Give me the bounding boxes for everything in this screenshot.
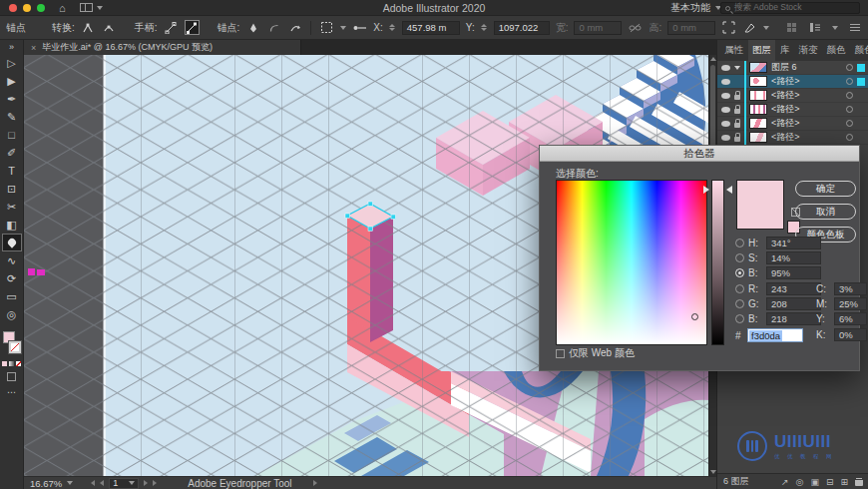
x-stepper[interactable] (389, 24, 395, 31)
new-layer-icon[interactable]: ⊞ (840, 477, 848, 487)
toolbar-collapse-icon[interactable]: » (2, 40, 22, 54)
layer-name[interactable]: <路径> (771, 131, 800, 144)
y-stepper[interactable] (481, 24, 487, 31)
lock-icon[interactable] (734, 95, 740, 100)
hide-handles-button[interactable] (164, 20, 179, 35)
tab-properties[interactable]: 属性 (720, 40, 747, 61)
visibility-eye-icon[interactable] (721, 107, 730, 113)
layer-row[interactable]: <路径> (717, 117, 868, 131)
dialog-title[interactable]: 拾色器 (540, 146, 859, 162)
c-value-field[interactable]: 3% (834, 282, 867, 295)
tab-gradient[interactable]: 渐变 (795, 40, 822, 61)
next-artboard-icon[interactable] (144, 480, 148, 486)
blend-tool[interactable]: ∿ (2, 251, 22, 269)
r-radio[interactable] (735, 284, 744, 293)
close-document-icon[interactable]: × (31, 43, 36, 53)
layer-row[interactable]: <路径> (717, 131, 868, 145)
visibility-eye-icon[interactable] (721, 93, 730, 99)
grid-options-icon[interactable] (784, 20, 799, 35)
artboard-tool[interactable]: ▭ (2, 287, 22, 305)
chevron-down-icon[interactable] (763, 26, 769, 30)
y-value-field[interactable]: 6% (834, 312, 867, 325)
type-tool[interactable]: T (2, 162, 22, 180)
scrollbar-thumb[interactable] (710, 65, 715, 155)
layer-row[interactable]: <路径> (717, 75, 868, 89)
tab-color-guide[interactable]: 颜色参 (851, 40, 868, 61)
expand-layer-icon[interactable] (734, 66, 740, 70)
first-artboard-icon[interactable] (91, 480, 95, 486)
k-value-field[interactable]: 0% (834, 328, 867, 341)
previous-artboard-icon[interactable] (100, 480, 104, 486)
y-value-field[interactable]: 1097.022 (494, 21, 550, 35)
ok-button[interactable]: 确定 (795, 181, 856, 197)
target-circle-icon[interactable] (846, 92, 853, 99)
panel-arrange-icon[interactable] (808, 20, 823, 35)
target-circle-icon[interactable] (846, 64, 853, 71)
hex-input[interactable]: f3d0da (747, 328, 803, 342)
rectangle-tool[interactable]: □ (2, 126, 22, 144)
chevron-down-icon[interactable] (340, 26, 346, 30)
layer-name[interactable]: <路径> (771, 89, 800, 102)
collect-for-export-icon[interactable]: ↗ (781, 477, 789, 487)
lock-icon[interactable] (734, 137, 740, 142)
brightness-slider[interactable] (711, 180, 724, 345)
artboard-navigation[interactable]: 1 (109, 478, 139, 489)
h-radio[interactable] (735, 239, 744, 247)
style-icon[interactable] (742, 20, 757, 35)
target-circle-icon[interactable] (846, 134, 853, 141)
more-tools-icon[interactable]: ⋯ (2, 385, 22, 399)
layer-row[interactable]: <路径> (717, 103, 868, 117)
rotate-tool[interactable]: ⟳ (2, 269, 22, 287)
gradient-tool[interactable]: ◧ (2, 216, 22, 234)
color-field[interactable] (556, 180, 707, 345)
selection-tool[interactable]: ▷ (2, 54, 22, 72)
g-value-field[interactable]: 208 (766, 297, 821, 310)
status-options-icon[interactable] (313, 480, 317, 486)
h-value-field[interactable]: 341° (766, 237, 821, 249)
selection-indicator[interactable] (857, 78, 865, 86)
tab-color[interactable]: 颜色 (823, 40, 850, 61)
lock-icon[interactable] (734, 109, 740, 114)
stock-search-input[interactable]: 搜索 Adobe Stock (720, 2, 860, 14)
g-radio[interactable] (735, 299, 744, 308)
direct-selection-tool[interactable]: ▶ (2, 72, 22, 90)
chevron-down-icon[interactable] (67, 481, 73, 485)
free-transform-tool[interactable]: ⊡ (2, 180, 22, 198)
tab-libraries[interactable]: 库 (776, 40, 794, 61)
selection-indicator[interactable] (857, 64, 865, 72)
layer-row[interactable]: 图层 6 (717, 61, 868, 75)
workspace-switcher[interactable]: 基本功能 (670, 1, 721, 15)
b-radio[interactable] (735, 268, 744, 277)
cancel-button[interactable]: 取消 (795, 204, 856, 220)
isolate-object-icon[interactable] (352, 20, 367, 35)
pen-tool[interactable]: ✒ (2, 90, 22, 108)
convert-to-smooth-button[interactable] (102, 20, 117, 35)
target-circle-icon[interactable] (846, 78, 853, 85)
visibility-eye-icon[interactable] (721, 121, 730, 127)
link-dimensions-icon[interactable] (628, 20, 643, 35)
select-similar-button[interactable] (319, 20, 334, 35)
layer-name[interactable]: <路径> (771, 75, 800, 88)
target-circle-icon[interactable] (846, 120, 853, 127)
stroke-swatch[interactable] (9, 341, 21, 353)
convert-to-corner-button[interactable] (81, 20, 96, 35)
cut-path-anchor-button[interactable] (287, 20, 302, 35)
last-artboard-icon[interactable] (153, 480, 157, 486)
zoom-level[interactable]: 16.67% (30, 478, 62, 489)
menu-lines-icon[interactable] (847, 20, 862, 35)
b2-value-field[interactable]: 218 (766, 312, 821, 325)
delete-layer-icon[interactable] (855, 478, 863, 486)
fill-stroke-swatches[interactable] (2, 331, 22, 357)
show-handles-button[interactable] (185, 20, 200, 35)
eyedropper-tool[interactable] (2, 234, 22, 251)
draw-mode-icon[interactable] (7, 372, 16, 381)
visibility-eye-icon[interactable] (721, 65, 730, 71)
b2-radio[interactable] (735, 314, 744, 323)
target-circle-icon[interactable] (846, 106, 853, 113)
scissors-tool[interactable]: ✂ (2, 198, 22, 216)
corner-anchor-icon[interactable] (266, 20, 281, 35)
layer-name[interactable]: <路径> (771, 103, 800, 116)
r-value-field[interactable]: 243 (766, 282, 821, 295)
curvature-tool[interactable]: ✎ (2, 108, 22, 126)
transform-icon[interactable] (721, 20, 736, 35)
